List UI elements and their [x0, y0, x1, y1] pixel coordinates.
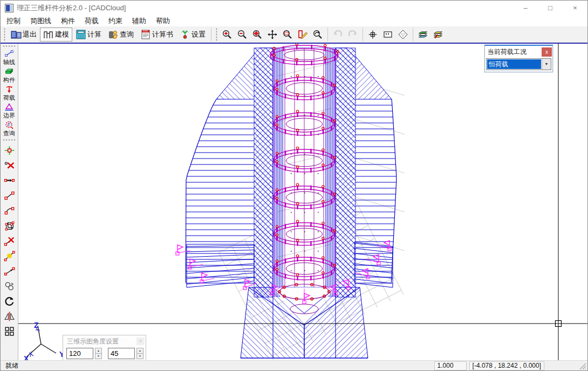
zoom-window-button[interactable] [280, 28, 295, 42]
load-icon [4, 85, 15, 94]
rotation-angle-input[interactable] [66, 348, 93, 359]
copy-tool-icon [4, 280, 15, 292]
window-title: 理正三维杆件分析2.0 - [CADCloud] [17, 3, 126, 13]
crosshair-pickbox [556, 321, 562, 327]
query-button[interactable]: 查询 [105, 28, 137, 42]
mirror-tool-icon [4, 311, 15, 322]
zoom-extents-button[interactable] [250, 28, 265, 42]
sidebar-item-axis[interactable]: 轴线 [1, 49, 18, 66]
axis-x-label: X [24, 354, 29, 360]
move-node-tool-button[interactable] [2, 173, 16, 187]
menu-item-diagram-line[interactable]: 简图线 [25, 16, 56, 26]
arc-tool-button[interactable] [2, 203, 16, 217]
diamond-snap-button[interactable] [395, 28, 411, 42]
sidebar-item-label: 边界 [3, 112, 15, 119]
spin-down-icon[interactable]: ▼ [136, 354, 143, 359]
array-tool-button[interactable] [2, 324, 16, 338]
undo-button[interactable] [330, 28, 345, 42]
rotation-angle-spinner[interactable]: ▲ ▼ [95, 348, 102, 359]
redraw-button[interactable] [295, 28, 310, 42]
load-case-selected-value: 恒荷载 [487, 59, 541, 69]
toolbar: 退出建模计算查询计算书设置 [1, 26, 587, 44]
node-tool-button[interactable] [2, 143, 16, 157]
zoom-dynamic-button[interactable] [310, 28, 325, 42]
modeling-button[interactable]: 建模 [40, 28, 72, 42]
elevation-angle-spinner[interactable]: ▲ ▼ [136, 348, 143, 359]
resize-grip[interactable] [578, 361, 587, 370]
close-button[interactable]: × [563, 1, 587, 16]
redo-icon [347, 29, 358, 40]
layers-edit-icon [433, 29, 443, 40]
view-angle-dialog-title: 三维示图角度设置 [67, 337, 119, 346]
redo-button[interactable] [345, 28, 360, 42]
menu-item-load[interactable]: 荷载 [80, 16, 104, 26]
pan-button[interactable] [265, 28, 280, 42]
app-icon [5, 4, 13, 12]
extend-tool-button[interactable] [2, 264, 16, 278]
report-button[interactable]: 计算书 [137, 28, 176, 42]
spin-up-icon[interactable]: ▲ [95, 348, 102, 354]
toolbar-grip [215, 28, 218, 41]
menu-bar: 控制简图线构件荷载约束辅助帮助 [1, 16, 587, 26]
query-button-label: 查询 [120, 30, 134, 39]
spin-up-icon[interactable]: ▲ [136, 348, 143, 354]
break-tool-button[interactable] [2, 249, 16, 263]
modeling-button-label: 建模 [55, 30, 69, 39]
report-button-label: 计算书 [152, 30, 173, 39]
load-case-panel-title: 当前荷载工况 [488, 47, 527, 57]
status-ready-text: 就绪 [1, 361, 434, 370]
menu-item-help[interactable]: 帮助 [151, 16, 175, 26]
load-case-select[interactable]: 恒荷载 ▼ [486, 58, 551, 70]
arc-tool-icon [4, 205, 15, 216]
sidebar-item-member[interactable]: 构件 [1, 66, 18, 84]
array-tool-icon [4, 326, 15, 337]
toolbar-separator [363, 28, 363, 42]
sidebar-item-label: 构件 [3, 77, 15, 83]
line-tool-button[interactable] [2, 188, 16, 202]
delete-line-tool-icon [4, 235, 15, 246]
member-icon [4, 67, 15, 77]
box-tool-button[interactable] [2, 218, 16, 232]
pan-icon [267, 29, 278, 40]
zoom-out-button[interactable] [235, 28, 250, 42]
menu-item-member[interactable]: 构件 [56, 16, 80, 26]
sidebar-item-boundary[interactable]: 边界 [1, 102, 18, 120]
status-bar: 就绪 1.000 [-4.078 , 18.242 , 0.000] [1, 360, 587, 370]
point-snap-button[interactable] [365, 28, 380, 42]
extend-tool-icon [4, 265, 15, 277]
menu-item-control[interactable]: 控制 [2, 16, 25, 26]
delete-node-tool-button[interactable] [2, 158, 16, 172]
sidebar-item-load[interactable]: 荷载 [1, 84, 18, 102]
exit-icon [11, 29, 22, 40]
exit-button[interactable]: 退出 [8, 28, 40, 42]
sidebar-item-query[interactable]: E查询 [1, 120, 18, 138]
maximize-button[interactable]: □ [538, 1, 563, 16]
toolbar-grip [3, 28, 6, 41]
minimize-button[interactable]: – [513, 1, 538, 16]
settings-button[interactable]: 设置 [176, 28, 209, 42]
zoom-in-button[interactable] [220, 28, 235, 42]
layers-edit-button[interactable] [430, 28, 446, 42]
close-icon[interactable]: × [136, 338, 145, 345]
delete-line-tool-button[interactable] [2, 233, 16, 248]
layers-button[interactable] [415, 28, 430, 42]
calculate-button[interactable]: 计算 [72, 28, 105, 42]
elevation-angle-input[interactable] [108, 348, 135, 359]
sidebar-item-label: 荷载 [3, 94, 15, 101]
redraw-icon [297, 29, 308, 40]
spin-down-icon[interactable]: ▼ [95, 354, 102, 359]
menu-item-assist[interactable]: 辅助 [127, 16, 151, 26]
zoom-out-icon [237, 29, 248, 40]
box-snap-button[interactable] [380, 28, 395, 42]
menu-item-constraint[interactable]: 约束 [104, 16, 127, 26]
delete-node-tool-icon [4, 160, 15, 171]
layers-icon [418, 29, 428, 40]
mirror-tool-button[interactable] [2, 309, 16, 323]
chevron-down-icon[interactable]: ▼ [542, 59, 551, 70]
drawing-canvas[interactable]: 当前荷载工况 x 恒荷载 ▼ Z X Y 三维示图角度设置 × [18, 44, 587, 360]
zoom-window-icon [282, 29, 293, 40]
model-wireframe [18, 44, 587, 360]
close-icon[interactable]: x [542, 47, 552, 57]
copy-tool-button[interactable] [2, 279, 16, 293]
rotate-tool-button[interactable] [2, 294, 16, 308]
